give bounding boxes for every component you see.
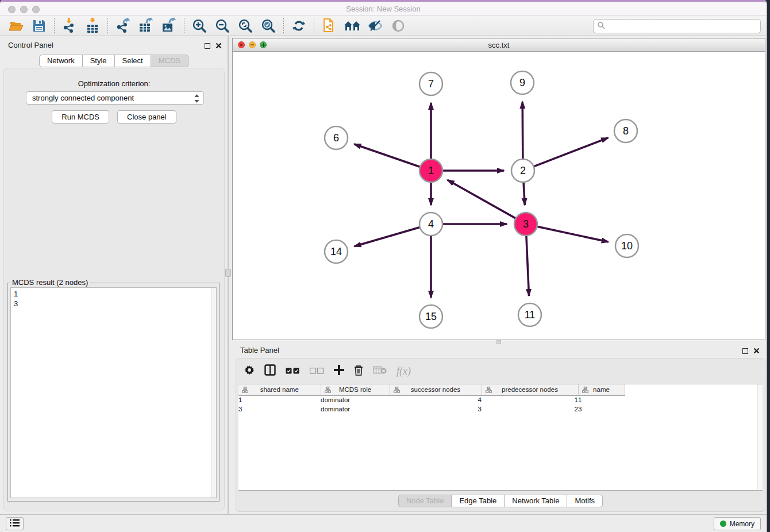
zoom-fit-button[interactable] xyxy=(234,17,257,34)
import-network-button[interactable] xyxy=(58,17,81,34)
zoom-in-button[interactable] xyxy=(188,17,211,34)
table-cell[interactable]: 1 xyxy=(238,395,321,404)
refresh-icon xyxy=(292,19,306,33)
tab-style[interactable]: Style xyxy=(83,55,115,67)
column-header-label: MCDS role xyxy=(339,386,371,393)
memory-label: Memory xyxy=(730,520,754,528)
graph-edge-2-8[interactable] xyxy=(534,138,609,167)
table-cell[interactable]: 2 xyxy=(482,404,578,414)
float-panel-icon[interactable] xyxy=(205,43,210,49)
export-image-button[interactable] xyxy=(157,17,180,34)
tab-network-table[interactable]: Network Table xyxy=(505,495,567,507)
select-all-columns-button[interactable] xyxy=(286,366,300,376)
network-canvas[interactable]: 7968124314101511 xyxy=(233,52,765,340)
criterion-dropdown[interactable]: strongly connected component xyxy=(26,91,204,105)
network-window-titlebar[interactable]: scc.txt xyxy=(233,38,765,52)
control-panel: Control Panel Network Style Select MCDS … xyxy=(0,36,228,514)
table-cell[interactable]: 1 xyxy=(578,395,625,404)
zoom-out-button[interactable] xyxy=(211,17,234,34)
export-table-button[interactable] xyxy=(134,17,157,34)
close-panel-icon[interactable] xyxy=(215,41,222,51)
table-cell[interactable]: dominator xyxy=(321,395,390,404)
mcds-result-area[interactable]: 13 xyxy=(10,287,217,498)
graph-edge-3-10[interactable] xyxy=(537,226,609,242)
clone-network-button[interactable] xyxy=(318,17,341,34)
delete-column-button[interactable] xyxy=(354,365,363,378)
export-network-button[interactable] xyxy=(111,17,134,34)
table-scrollbar[interactable] xyxy=(757,384,763,490)
table-cell[interactable]: 3 xyxy=(238,404,321,414)
table-column-button[interactable] xyxy=(264,364,276,378)
table-header-row: shared nameMCDS rolesuccessor nodesprede… xyxy=(238,384,625,395)
tab-select[interactable]: Select xyxy=(115,55,151,67)
graph-edge-2-9[interactable] xyxy=(522,102,523,159)
tab-edge-table[interactable]: Edge Table xyxy=(452,495,505,507)
graph-node-label-10: 10 xyxy=(621,240,633,252)
tab-node-table[interactable]: Node Table xyxy=(398,495,452,507)
table-cell[interactable]: 1 xyxy=(482,395,578,404)
toolbar-separator xyxy=(54,18,55,33)
table-cell[interactable]: 3 xyxy=(578,404,625,414)
app-window: Session: New Session xyxy=(0,0,767,532)
unselect-all-columns-button[interactable] xyxy=(310,366,324,376)
main-toolbar xyxy=(0,16,767,36)
create-column-button[interactable] xyxy=(334,365,344,377)
search-icon xyxy=(597,21,605,32)
toolbar-separator xyxy=(283,18,284,33)
table-cell[interactable]: dominator xyxy=(321,404,390,414)
graph-node-label-2: 2 xyxy=(520,165,526,176)
table-close-panel-icon[interactable] xyxy=(753,346,760,356)
column-header-predecessor-nodes[interactable]: predecessor nodes xyxy=(482,384,578,395)
import-table-button[interactable] xyxy=(81,17,104,34)
delete-table-button[interactable] xyxy=(373,366,387,376)
memory-button[interactable]: Memory xyxy=(714,517,761,530)
graph-node-label-7: 7 xyxy=(428,78,434,90)
table-cell[interactable]: 4 xyxy=(390,395,482,404)
column-header-name[interactable]: name xyxy=(578,384,625,395)
zoom-in-icon xyxy=(192,18,207,33)
clone-network-icon xyxy=(322,18,337,34)
save-session-button[interactable] xyxy=(28,17,51,34)
run-mcds-button[interactable]: Run MCDS xyxy=(52,110,109,124)
result-scrollbar[interactable] xyxy=(211,288,216,498)
node-table: shared nameMCDS rolesuccessor nodesprede… xyxy=(238,384,763,491)
function-builder-button[interactable]: f(x) xyxy=(396,365,411,377)
toolbar-separator xyxy=(314,18,314,33)
graph-node-label-9: 9 xyxy=(519,77,525,88)
apply-layout-button[interactable] xyxy=(287,17,310,34)
tab-motifs[interactable]: Motifs xyxy=(567,495,603,507)
graph-edge-3-11[interactable] xyxy=(526,236,529,296)
graph-edge-4-14[interactable] xyxy=(355,228,420,246)
hide-selected-button[interactable] xyxy=(364,17,387,34)
mcds-result-group: MCDS result (2 nodes) 13 xyxy=(7,283,220,502)
export-network-icon xyxy=(116,18,130,34)
panel-splitter-handle[interactable] xyxy=(225,269,231,277)
graph-edge-3-1[interactable] xyxy=(448,180,516,218)
tab-mcds[interactable]: MCDS xyxy=(151,55,188,67)
search-input[interactable] xyxy=(605,21,760,32)
tab-network[interactable]: Network xyxy=(39,55,83,67)
graph-node-label-8: 8 xyxy=(623,125,629,137)
graph-edge-2-3[interactable] xyxy=(523,182,525,205)
task-history-button[interactable] xyxy=(6,517,24,530)
column-header-successor-nodes[interactable]: successor nodes xyxy=(390,384,482,395)
table-settings-button[interactable] xyxy=(244,365,255,377)
table-cell[interactable]: 3 xyxy=(390,404,482,414)
show-all-button[interactable] xyxy=(387,17,410,34)
column-header-MCDS-role[interactable]: MCDS role xyxy=(321,384,390,395)
column-header-shared-name[interactable]: shared name xyxy=(238,384,321,395)
table-float-panel-icon[interactable] xyxy=(742,348,748,354)
close-panel-button[interactable]: Close panel xyxy=(117,110,176,124)
graph-edge-1-6[interactable] xyxy=(354,144,420,167)
table-row[interactable]: 1dominator411 xyxy=(238,395,625,404)
table-panel: Table Panel f(x) shared nameMCDS role xyxy=(232,342,765,514)
first-neighbors-button[interactable] xyxy=(341,17,364,34)
zoom-selected-button[interactable] xyxy=(257,17,280,34)
mcds-result-line: 1 xyxy=(14,289,18,299)
graph-node-label-15: 15 xyxy=(425,311,437,322)
table-panel-body: f(x) shared nameMCDS rolesuccessor nodes… xyxy=(236,358,765,512)
open-file-button[interactable] xyxy=(5,17,28,34)
mcds-result-line: 3 xyxy=(14,299,18,309)
table-row[interactable]: 3dominator323 xyxy=(238,404,625,414)
graph-node-label-1: 1 xyxy=(428,165,434,176)
